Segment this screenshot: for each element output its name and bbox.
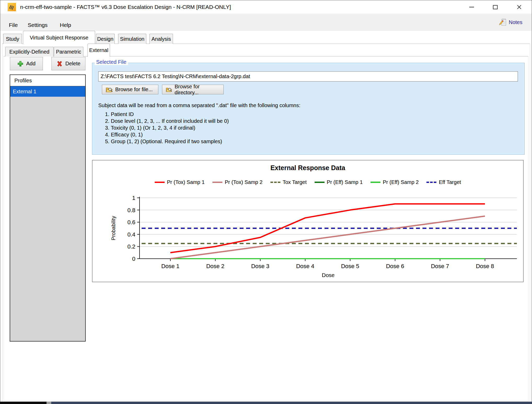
legend-label: Pr (Tox) Samp 1 (167, 179, 205, 185)
file-column-item: 3. Toxicity (0, 1) (Or 1, 2, 3, 4 if ord… (105, 125, 195, 131)
file-column-item: 2. Dose level (1, 2, 3, ... If control i… (105, 118, 229, 124)
legend-line-swatch (371, 182, 380, 183)
legend-item: Tox Target (270, 179, 307, 185)
profiles-list-header: Profiles (10, 75, 85, 86)
notes-icon (499, 18, 507, 26)
tab-external[interactable]: External (88, 44, 110, 57)
legend-label: Pr (Eff) Samp 2 (383, 179, 419, 185)
y-tick-label: 0.8 (127, 207, 135, 213)
folder-search-icon (166, 86, 172, 93)
y-tick-label: 0 (132, 256, 135, 262)
delete-button[interactable]: Delete (51, 57, 85, 70)
file-column-item: 1. Patient ID (105, 111, 134, 117)
legend-line-swatch (155, 182, 165, 183)
bottom-edge-strip (0, 402, 532, 404)
x-axis-label: Dose (322, 272, 334, 278)
legend-line-swatch (315, 182, 325, 183)
y-tick-label: 0.2 (127, 243, 135, 250)
x-tick-label: Dose 1 (161, 263, 180, 269)
menu-settings[interactable]: Settings (28, 22, 48, 28)
title-bar[interactable]: n-crm-eff-two-sample - FACTS™ v6.3 Dose … (0, 0, 532, 14)
tab-study[interactable]: Study (3, 34, 22, 44)
minimize-icon (469, 6, 474, 8)
chart-title: External Response Data (92, 164, 523, 172)
file-column-item: 5. Group (1, 2) (Optional. Required if t… (105, 138, 222, 145)
external-response-chart: Probability Dose 00.20.40.60.81Dose 1Dos… (92, 160, 524, 282)
bottom-edge-black-segment (0, 402, 47, 404)
delete-button-label: Delete (65, 61, 80, 67)
window-title: n-crm-eff-two-sample - FACTS™ v6.3 Dose … (20, 4, 231, 10)
browse-for-file-label: Browse for file... (115, 86, 153, 93)
x-tick-label: Dose 5 (341, 263, 359, 269)
x-tick-label: Dose 3 (251, 263, 269, 269)
y-tick-label: 1 (132, 195, 135, 201)
legend-line-swatch (270, 182, 280, 183)
legend-item: Pr (Eff) Samp 1 (315, 179, 363, 185)
add-button-label: Add (26, 61, 36, 67)
x-tick-label: Dose 6 (386, 263, 404, 269)
folder-search-icon (106, 86, 113, 93)
notes-button[interactable]: Notes (499, 18, 522, 26)
list-item-external-1[interactable]: External 1 (10, 86, 85, 97)
chart-plot-area: Probability Dose 00.20.40.60.81Dose 1Dos… (92, 160, 523, 282)
maximize-button[interactable] (488, 2, 502, 12)
legend-item: Pr (Eff) Samp 2 (371, 179, 419, 185)
legend-item: Eff Target (426, 179, 461, 185)
tab-explicitly-defined[interactable]: Explicitly-Defined (5, 47, 54, 56)
close-button[interactable] (512, 2, 526, 12)
tab-design[interactable]: Design (96, 34, 115, 44)
y-tick-label: 0.6 (127, 219, 135, 226)
legend-label: Pr (Tox) Samp 2 (225, 179, 262, 185)
browse-for-directory-button[interactable]: Browse for directory... (162, 85, 224, 94)
file-column-item: 4. Efficacy (0, 1) (105, 132, 143, 138)
selected-file-path-input[interactable] (98, 71, 518, 82)
bottom-edge-notch (47, 402, 51, 404)
browse-for-file-button[interactable]: Browse for file... (102, 85, 158, 94)
tab-simulation[interactable]: Simulation (118, 34, 146, 44)
maximize-icon (493, 5, 498, 9)
x-tick-label: Dose 7 (431, 263, 449, 269)
menu-bar: File Settings Help Notes (0, 14, 532, 31)
minimize-button[interactable] (465, 2, 478, 12)
selected-file-group-label: Selected File (95, 59, 128, 65)
app-icon (8, 3, 16, 11)
tab-parametric[interactable]: Parametric (54, 47, 83, 56)
profiles-list[interactable]: Profiles External 1 (10, 74, 86, 342)
close-icon (517, 5, 522, 9)
tab-analysis[interactable]: Analysis (149, 34, 173, 44)
legend-line-swatch (212, 182, 222, 183)
legend-label: Pr (Eff) Samp 1 (327, 179, 363, 185)
legend-label: Tox Target (283, 179, 307, 185)
x-tick-label: Dose 8 (476, 263, 494, 269)
legend-label: Eff Target (439, 179, 461, 185)
x-tick-label: Dose 2 (206, 263, 224, 269)
y-axis-label: Probability (111, 216, 116, 240)
browse-for-directory-label: Browse for directory... (175, 84, 220, 96)
series-line (170, 216, 485, 259)
delete-x-icon (56, 61, 63, 67)
notes-label: Notes (509, 19, 522, 25)
legend-item: Pr (Tox) Samp 1 (155, 179, 205, 185)
menu-help[interactable]: Help (60, 22, 71, 28)
tab-virtual-subject-response[interactable]: Virtual Subject Response (23, 31, 95, 44)
menu-file[interactable]: File (9, 22, 18, 28)
x-tick-label: Dose 4 (296, 263, 314, 269)
y-tick-label: 0.4 (127, 231, 135, 238)
file-format-description: Subject data will be read from a comma s… (98, 102, 300, 108)
chart-legend: Pr (Tox) Samp 1Pr (Tox) Samp 2Tox Target… (92, 179, 523, 185)
plus-icon (17, 61, 24, 67)
add-button[interactable]: Add (10, 57, 43, 70)
legend-item: Pr (Tox) Samp 2 (212, 179, 262, 185)
legend-line-swatch (426, 182, 436, 183)
